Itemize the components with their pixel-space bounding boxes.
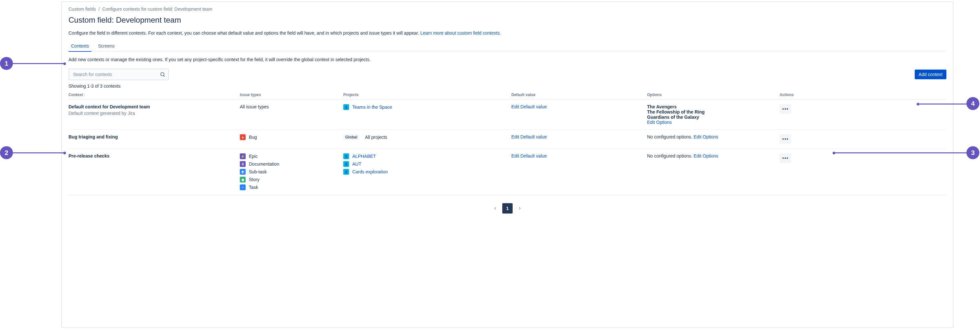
- annotation-4-line: [918, 104, 966, 105]
- project-link[interactable]: AUT: [352, 161, 361, 167]
- showing-count: Showing 1-3 of 3 contexts: [68, 83, 947, 89]
- tab-contexts[interactable]: Contexts: [68, 41, 91, 51]
- chevron-left-icon: [493, 206, 498, 210]
- issue-type-label: Story: [249, 177, 259, 182]
- sort-arrow-icon: ↑: [84, 94, 85, 97]
- annotation-1-line: [13, 63, 65, 64]
- col-header-actions: Actions: [780, 90, 947, 99]
- learn-more-link[interactable]: Learn more about custom field contexts.: [420, 30, 501, 36]
- breadcrumb-root[interactable]: Custom fields: [68, 6, 96, 12]
- row-actions-button[interactable]: •••: [780, 134, 791, 144]
- col-header-default-value: Default value: [511, 90, 647, 99]
- edit-options-link[interactable]: Edit Options: [694, 134, 718, 139]
- pagination: 1: [68, 203, 947, 214]
- story-icon: ◼: [240, 177, 246, 182]
- toolbar: Add context: [68, 69, 947, 80]
- pagination-page-1[interactable]: 1: [502, 203, 512, 214]
- doc-icon: ≣: [240, 161, 246, 167]
- col-header-context[interactable]: Context↑: [68, 90, 240, 99]
- project-label: All projects: [365, 135, 387, 140]
- context-sub: Default context generated by Jira: [68, 111, 237, 116]
- edit-default-value-link[interactable]: Edit Default value: [511, 104, 547, 109]
- context-name: Pre-release checks: [68, 153, 237, 158]
- project-icon: 👤: [343, 169, 349, 175]
- project-icon: 👤: [343, 153, 349, 159]
- no-options-text: No configured options.: [647, 134, 694, 139]
- annotation-4: 4: [966, 97, 979, 110]
- context-name: Default context for Development team: [68, 104, 237, 109]
- row-actions-button[interactable]: •••: [780, 104, 791, 114]
- option-value: The Avengers: [647, 104, 777, 109]
- breadcrumb-current: Configure contexts for custom field: Dev…: [102, 6, 212, 12]
- annotation-3-line: [834, 152, 966, 153]
- annotation-2: 2: [0, 146, 13, 159]
- search-wrap: [68, 69, 169, 80]
- search-icon: [160, 72, 165, 77]
- edit-options-link[interactable]: Edit Options: [647, 120, 671, 125]
- project-icon: 👤: [343, 161, 349, 167]
- context-name: Bug triaging and fixing: [68, 134, 237, 139]
- col-header-projects: Projects: [343, 90, 511, 99]
- edit-options-link[interactable]: Edit Options: [694, 153, 718, 158]
- project-link[interactable]: ALPHABET: [352, 154, 376, 159]
- page-title: Custom field: Development team: [68, 16, 947, 25]
- page-description-text: Configure the field in different context…: [68, 30, 420, 36]
- global-badge: Global: [343, 134, 359, 140]
- task-icon: ✓: [240, 184, 246, 190]
- edit-default-value-link[interactable]: Edit Default value: [511, 134, 547, 139]
- epic-icon: ⚡: [240, 153, 246, 159]
- project-link[interactable]: Cards exploration: [352, 169, 388, 174]
- pagination-prev[interactable]: [490, 203, 500, 214]
- issue-type-label: Documentation: [249, 161, 279, 167]
- edit-default-value-link[interactable]: Edit Default value: [511, 153, 547, 158]
- option-value: The Fellowship of the Ring: [647, 109, 777, 115]
- issue-type-label: Sub-task: [249, 169, 267, 174]
- bug-icon: ●: [240, 134, 246, 140]
- tab-screens[interactable]: Screens: [95, 41, 117, 51]
- add-context-button[interactable]: Add context: [915, 70, 947, 79]
- issue-type-label: Epic: [249, 154, 258, 159]
- option-value: Guardians of the Galaxy: [647, 115, 777, 120]
- page-container: Custom fields / Configure contexts for c…: [61, 1, 953, 328]
- pagination-next[interactable]: [515, 203, 525, 214]
- table-row: Pre-release checks⚡Epic≣Documentation◩Su…: [68, 149, 947, 195]
- svg-point-0: [161, 72, 164, 76]
- row-actions-button[interactable]: •••: [780, 153, 791, 163]
- search-input[interactable]: [68, 69, 169, 80]
- table-row: Bug triaging and fixing●BugGlobalAll pro…: [68, 130, 947, 149]
- table-row: Default context for Development teamDefa…: [68, 99, 947, 130]
- annotation-3: 3: [966, 146, 979, 159]
- no-options-text: No configured options.: [647, 153, 694, 158]
- annotation-1: 1: [0, 57, 13, 70]
- col-header-issue-types: Issue types: [240, 90, 343, 99]
- svg-line-1: [164, 75, 164, 77]
- chevron-right-icon: [517, 206, 522, 210]
- col-header-options: Options: [647, 90, 780, 99]
- annotation-2-line: [13, 152, 65, 153]
- project-icon: 👤: [343, 104, 349, 110]
- issue-type-label: Bug: [249, 135, 257, 140]
- page-description: Configure the field in different context…: [68, 30, 947, 36]
- project-link[interactable]: Teams in the Space: [352, 105, 392, 110]
- issue-type-label: Task: [249, 185, 258, 190]
- tabs: Contexts Screens: [68, 41, 947, 52]
- subtask-icon: ◩: [240, 169, 246, 175]
- issue-type-label: All issue types: [240, 104, 269, 109]
- contexts-table: Context↑ Issue types Projects Default va…: [68, 90, 947, 195]
- sub-description: Add new contexts or manage the existing …: [68, 57, 947, 62]
- breadcrumb: Custom fields / Configure contexts for c…: [68, 6, 947, 12]
